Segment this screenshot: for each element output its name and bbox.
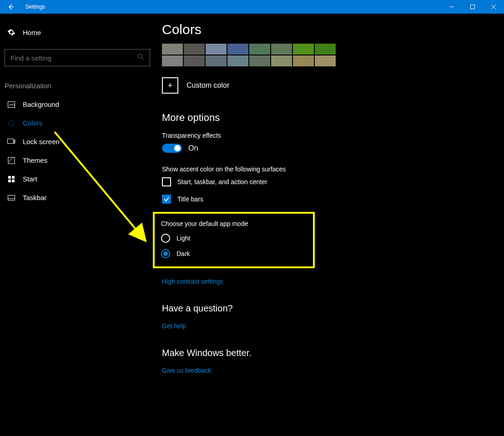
window-controls (441, 0, 504, 14)
color-swatch[interactable] (293, 55, 314, 66)
color-swatch[interactable] (206, 55, 227, 66)
svg-point-7 (9, 120, 14, 126)
color-swatch[interactable] (184, 44, 205, 55)
color-swatch[interactable] (184, 55, 205, 66)
color-swatch[interactable] (227, 55, 248, 66)
close-button[interactable] (483, 0, 504, 14)
checkbox-title-label: Title bars (177, 195, 203, 203)
color-swatch[interactable] (315, 44, 336, 55)
get-help-link[interactable]: Get help (162, 322, 186, 330)
more-options-heading: More options (162, 112, 504, 124)
transparency-label: Transparency effects (162, 132, 504, 139)
lockscreen-icon (7, 139, 15, 145)
transparency-toggle[interactable] (162, 144, 182, 153)
home-button[interactable]: Home (5, 25, 150, 40)
search-icon (138, 54, 144, 62)
section-label: Personalization (5, 80, 150, 95)
color-swatch[interactable] (206, 44, 227, 55)
svg-rect-12 (12, 176, 15, 179)
annotation-highlight-box: Choose your default app mode Light Dark (153, 212, 315, 268)
main-content: Colors + Custom color More options Trans… (155, 14, 504, 436)
arrow-left-icon (7, 3, 15, 10)
radio-dark[interactable] (161, 249, 170, 258)
app-mode-label: Choose your default app mode (161, 220, 307, 227)
window-title: Settings (22, 4, 45, 10)
make-better-heading: Make Windows better. (162, 348, 504, 358)
radio-dark-label: Dark (176, 250, 190, 257)
taskbar-icon (7, 195, 15, 200)
sidebar-item-label: Themes (23, 156, 47, 164)
feedback-link[interactable]: Give us feedback (162, 367, 211, 374)
titlebar: Settings (0, 0, 504, 14)
radio-light-label: Light (176, 235, 190, 242)
sidebar: Home Personalization Background Colors L… (0, 14, 155, 436)
sidebar-item-label: Start (23, 175, 37, 183)
maximize-icon (470, 5, 475, 9)
custom-color-row[interactable]: + Custom color (162, 77, 504, 94)
minimize-button[interactable] (441, 0, 462, 14)
search-input[interactable] (10, 54, 138, 62)
sidebar-item-themes[interactable]: Themes (5, 151, 150, 170)
color-swatch[interactable] (162, 55, 183, 66)
radio-light-row[interactable]: Light (161, 234, 307, 243)
svg-rect-13 (8, 180, 11, 182)
accent-surfaces-label: Show accent color on the following surfa… (162, 165, 504, 173)
radio-dark-row[interactable]: Dark (161, 249, 307, 258)
sidebar-item-label: Taskbar (23, 194, 47, 201)
maximize-button[interactable] (462, 0, 483, 14)
titlebar-left: Settings (0, 0, 45, 14)
color-swatch[interactable] (315, 55, 336, 66)
color-swatch[interactable] (271, 44, 292, 55)
svg-rect-14 (12, 180, 15, 182)
svg-rect-15 (8, 195, 15, 200)
start-icon (7, 176, 15, 182)
custom-color-label: Custom color (186, 81, 229, 90)
sidebar-item-label: Lock screen (23, 138, 60, 145)
color-swatch-grid (162, 44, 504, 66)
sidebar-item-lockscreen[interactable]: Lock screen (5, 132, 150, 151)
sidebar-item-start[interactable]: Start (5, 170, 150, 188)
page-title: Colors (162, 22, 504, 37)
color-swatch[interactable] (293, 44, 314, 55)
svg-rect-8 (8, 139, 14, 143)
search-box[interactable] (5, 49, 150, 66)
svg-rect-10 (8, 157, 15, 164)
sidebar-item-taskbar[interactable]: Taskbar (5, 188, 150, 207)
minimize-icon (449, 5, 454, 9)
checkbox-start-taskbar[interactable] (162, 177, 171, 186)
themes-icon (7, 157, 15, 164)
svg-line-5 (142, 58, 144, 60)
svg-rect-9 (14, 140, 15, 143)
picture-icon (7, 101, 15, 108)
home-label: Home (23, 29, 41, 36)
color-swatch[interactable] (249, 55, 270, 66)
checkbox-title-bars[interactable] (162, 195, 171, 204)
color-swatch[interactable] (227, 44, 248, 55)
svg-rect-11 (8, 176, 11, 179)
checkbox-start-label: Start, taskbar, and action center (177, 178, 267, 185)
check-icon (163, 196, 170, 202)
palette-icon (7, 120, 15, 127)
color-swatch[interactable] (249, 44, 270, 55)
sidebar-item-colors[interactable]: Colors (5, 114, 150, 132)
close-icon (491, 5, 496, 9)
back-button[interactable] (0, 0, 22, 14)
color-swatch[interactable] (162, 44, 183, 55)
sidebar-item-background[interactable]: Background (5, 95, 150, 114)
high-contrast-link[interactable]: High contrast settings (162, 278, 223, 285)
have-question-heading: Have a question? (162, 303, 504, 314)
gear-icon (7, 28, 15, 36)
sidebar-item-label: Background (23, 100, 59, 108)
sidebar-item-label: Colors (23, 119, 42, 127)
svg-rect-1 (471, 5, 475, 9)
transparency-state: On (188, 144, 198, 152)
radio-light[interactable] (161, 234, 170, 243)
color-swatch[interactable] (271, 55, 292, 66)
plus-icon[interactable]: + (162, 77, 178, 94)
svg-point-4 (138, 54, 142, 58)
